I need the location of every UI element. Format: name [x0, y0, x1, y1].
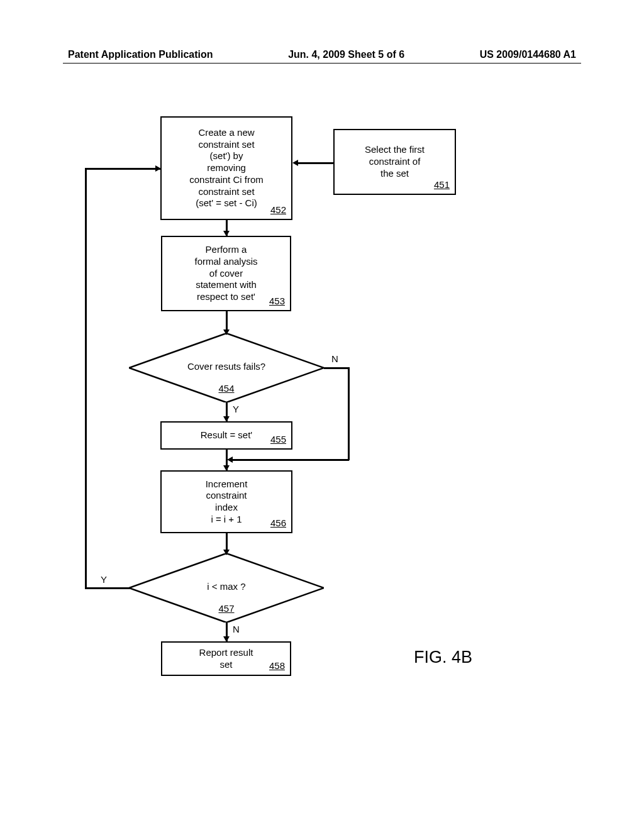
- flowchart-diagram: Select the first constraint of the set 4…: [0, 94, 644, 786]
- label-457-yes: Y: [101, 574, 107, 585]
- arrowhead-457-no: [223, 636, 230, 642]
- box-458-report-result-set: Report result set 458: [161, 641, 291, 676]
- box-456-ref: 456: [270, 517, 286, 529]
- decision-457-ref: 457: [218, 603, 234, 614]
- arrowhead-457-yes: [155, 165, 161, 172]
- arrowhead-455-to-456: [223, 465, 230, 471]
- arrow-451-to-452: [297, 162, 333, 164]
- box-451-select-first-constraint: Select the first constraint of the set 4…: [333, 129, 456, 195]
- arrowhead-456-to-457: [223, 550, 230, 555]
- decision-454-ref: 454: [218, 383, 234, 394]
- box-452-ref: 452: [270, 204, 286, 216]
- conn-454-no-h2: [231, 459, 349, 461]
- conn-454-no-v: [348, 367, 350, 460]
- arrowhead-453-to-454: [223, 329, 230, 335]
- label-454-yes: Y: [233, 404, 239, 414]
- box-458-text: Report result set: [199, 647, 253, 671]
- box-452-text: Create a new constraint set (set') by re…: [189, 127, 264, 209]
- box-455-ref: 455: [270, 434, 286, 446]
- conn-457-yes-h: [85, 587, 130, 589]
- box-453-perform-formal-analysis: Perform a formal analysis of cover state…: [161, 236, 291, 311]
- header-right: US 2009/0144680 A1: [480, 49, 576, 60]
- box-456-increment-index: Increment constraint index i = i + 1 456: [160, 470, 292, 533]
- header-left: Patent Application Publication: [68, 49, 213, 60]
- figure-label: FIG. 4B: [414, 648, 472, 667]
- decision-454-cover-results-fails: Cover resuts fails? 454: [129, 333, 324, 402]
- box-453-ref: 453: [269, 296, 285, 307]
- decision-457-i-lt-max: i < max ? 457: [129, 553, 324, 622]
- box-458-ref: 458: [269, 660, 285, 672]
- arrowhead-454-yes: [223, 416, 230, 422]
- box-453-text: Perform a formal analysis of cover state…: [194, 244, 257, 303]
- label-457-no: N: [233, 624, 240, 634]
- arrowhead-451-to-452: [292, 160, 298, 166]
- conn-457-yes-h2: [85, 168, 160, 170]
- conn-457-yes-v: [85, 168, 87, 589]
- arrowhead-454-no-into-456-path: [227, 456, 233, 463]
- header-rule: [63, 63, 581, 64]
- box-455-result-equals-set: Result = set' 455: [160, 421, 292, 450]
- box-451-text: Select the first constraint of the set: [365, 144, 425, 179]
- page-header: Patent Application Publication Jun. 4, 2…: [0, 49, 644, 60]
- box-456-text: Increment constraint index i = i + 1: [206, 479, 248, 526]
- conn-454-no-h: [324, 367, 349, 369]
- box-452-create-constraint-set: Create a new constraint set (set') by re…: [160, 116, 292, 220]
- decision-454-text: Cover resuts fails?: [187, 361, 265, 373]
- arrowhead-452-to-453: [223, 231, 230, 236]
- label-454-no: N: [331, 353, 338, 364]
- decision-457-text: i < max ?: [207, 581, 245, 593]
- header-center: Jun. 4, 2009 Sheet 5 of 6: [288, 49, 404, 60]
- box-455-text: Result = set': [201, 429, 253, 441]
- box-451-ref: 451: [434, 179, 450, 191]
